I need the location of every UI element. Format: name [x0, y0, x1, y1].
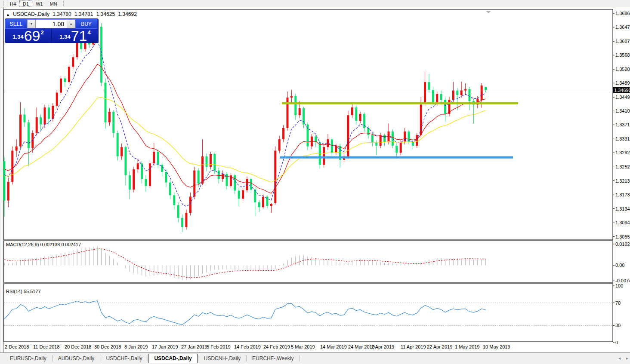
- buy-price[interactable]: 1.34 71 4: [52, 29, 98, 43]
- macd-label: MACD(12,26,9) 0.002138 0.002417: [6, 242, 81, 247]
- candle-body: [392, 132, 394, 146]
- candle-body: [125, 147, 127, 175]
- candle-body: [380, 135, 382, 146]
- volume-decrease-button[interactable]: ▾: [27, 19, 36, 28]
- candle-body: [117, 133, 119, 156]
- candle-body: [56, 92, 58, 105]
- candle-body: [234, 175, 236, 190]
- volume-input[interactable]: [36, 19, 67, 28]
- ohlc-high: 1.34781: [74, 11, 93, 17]
- candle-body: [278, 139, 281, 150]
- candle-body: [282, 128, 284, 139]
- macd-pane[interactable]: [4, 241, 613, 282]
- price-axis-label: 1.33310: [615, 136, 630, 141]
- chart-tab-eurusd[interactable]: EURUSD-,Daily: [4, 354, 52, 363]
- chart-tab-usdcnh[interactable]: USDCNH-,Daily: [198, 354, 246, 363]
- ohlc-open: 1.34780: [52, 11, 71, 17]
- volume-increase-button[interactable]: ▴: [67, 19, 75, 28]
- macd-axis-label: -0.0074773: [615, 278, 630, 283]
- date-tick-label: 1 May 2019: [455, 344, 479, 349]
- candle-body: [270, 204, 272, 206]
- candle-body: [189, 197, 191, 213]
- tab-scroll-left-icon[interactable]: ◂: [618, 356, 621, 361]
- candle-body: [424, 82, 426, 104]
- candle-body: [464, 89, 466, 90]
- date-tick-label: 24 Mar 2019: [348, 344, 375, 349]
- date-axis[interactable]: 2 Dec 201811 Dec 201820 Dec 201830 Dec 2…: [4, 343, 613, 352]
- candle-body: [359, 114, 361, 121]
- candle-body: [169, 183, 171, 196]
- candle-body: [193, 171, 195, 197]
- macd-axis-label: 0.00: [615, 263, 624, 268]
- price-axis-label: 1.34890: [615, 80, 630, 86]
- macd-axis-label: 0.010229: [615, 242, 630, 247]
- candle-body: [226, 174, 228, 186]
- price-axis-label: 1.32920: [615, 150, 630, 155]
- candle-body: [416, 135, 418, 146]
- candle-body: [395, 146, 398, 153]
- price-axis-label: 1.36860: [615, 11, 630, 16]
- price-axis-label: 1.35680: [615, 52, 630, 58]
- ohlc-low: 1.34625: [96, 11, 115, 17]
- candle-body: [319, 142, 321, 165]
- tab-separator: [300, 355, 300, 361]
- sell-price[interactable]: 1.34 69 2: [5, 29, 51, 43]
- candle-body: [323, 147, 325, 165]
- chart-tab-usdcad[interactable]: USDCAD-,Daily: [148, 354, 198, 363]
- collapse-panel-icon[interactable]: ▲: [6, 12, 10, 17]
- candle-body: [213, 154, 216, 171]
- price-axis-label: 1.31340: [615, 206, 630, 211]
- candle-body: [11, 151, 13, 182]
- chart-tab-eurchf[interactable]: EURCHF-,Weekly: [247, 354, 299, 363]
- candle-body: [222, 174, 224, 179]
- sell-price-base: 1.34: [12, 34, 23, 40]
- price-chart-canvas[interactable]: 1.368601.364701.360701.356801.352801.348…: [0, 0, 630, 364]
- candle-body: [412, 142, 414, 146]
- candle-body: [68, 67, 70, 82]
- candle-body: [129, 175, 131, 190]
- candle-body: [44, 107, 46, 125]
- tab-scroll-right-icon[interactable]: ▸: [626, 356, 628, 361]
- ohlc-close: 1.34692: [118, 11, 137, 17]
- candle-body: [258, 202, 260, 208]
- price-axis-label: 1.30940: [615, 220, 630, 225]
- candle-body: [238, 191, 240, 199]
- candle-body: [19, 115, 22, 147]
- candle-body: [60, 79, 62, 93]
- candle-body: [408, 132, 410, 142]
- candle-body: [303, 108, 305, 125]
- date-tick-label: 24 Feb 2019: [263, 344, 290, 349]
- candle-body: [368, 128, 370, 135]
- buy-price-base: 1.34: [59, 34, 70, 40]
- date-tick-label: 5 Mar 2019: [291, 344, 315, 349]
- price-axis-label: 1.31730: [615, 192, 630, 197]
- rsi-axis-label: 30: [615, 323, 621, 328]
- price-axis-label: 1.34100: [615, 108, 630, 113]
- candle-body: [120, 147, 123, 156]
- candle-body: [428, 82, 430, 90]
- candle-body: [331, 139, 333, 153]
- sell-price-big: 69: [24, 30, 40, 42]
- price-axis-label: 1.35280: [615, 67, 630, 72]
- date-tick-label: 10 May 2019: [483, 344, 510, 349]
- candle-body: [420, 104, 422, 135]
- candle-body: [436, 94, 438, 103]
- price-axis-label: 1.36470: [615, 24, 630, 30]
- chart-tab-usdchf[interactable]: USDCHF-,Daily: [100, 354, 148, 363]
- chart-tab-audusd[interactable]: AUDUSD-,Daily: [52, 354, 100, 363]
- candle-body: [48, 107, 50, 119]
- date-tick-label: 14 Feb 2019: [234, 344, 261, 349]
- candle-body: [440, 94, 442, 100]
- price-axis-label: 1.34490: [615, 95, 630, 100]
- date-tick-label: 14 Mar 2019: [320, 344, 347, 349]
- candle-body: [24, 115, 26, 122]
- candle-body: [206, 156, 208, 167]
- candle-body: [254, 190, 256, 202]
- candle-body: [218, 171, 220, 179]
- candle-body: [105, 83, 107, 122]
- candle-body: [72, 57, 74, 67]
- candle-body: [460, 91, 463, 95]
- candle-body: [15, 147, 18, 151]
- bid-price-tag-label: 1.34692: [614, 88, 630, 93]
- candle-body: [165, 172, 167, 183]
